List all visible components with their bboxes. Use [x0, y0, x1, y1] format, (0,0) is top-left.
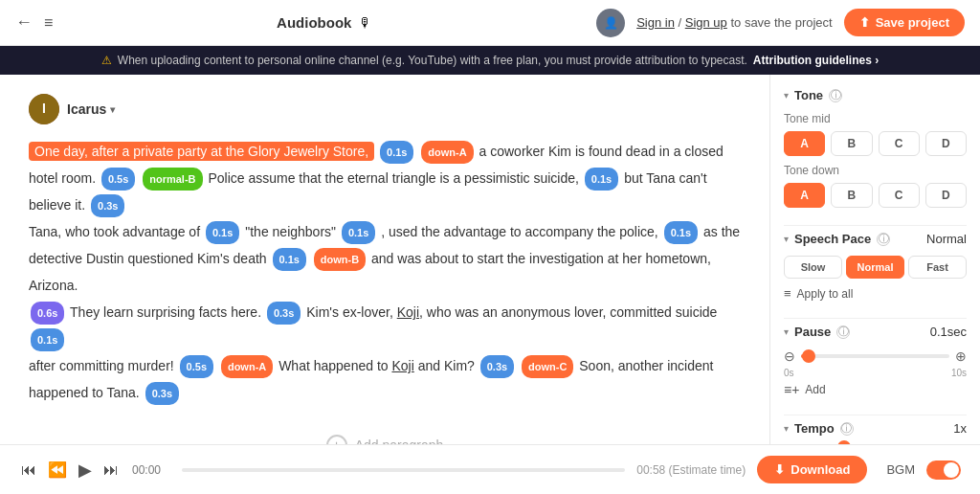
banner-text: When uploading content to personal onlin… [118, 54, 747, 67]
tone-down-btn-b[interactable]: B [831, 183, 872, 208]
tag-down-c[interactable]: down-C [522, 355, 573, 378]
tempo-collapse-icon[interactable]: ▾ [784, 423, 789, 434]
text-9: They learn surprising facts here. [70, 304, 265, 320]
rewind-btn[interactable]: ⏪ [46, 459, 69, 481]
tone-down-btn-c[interactable]: C [879, 183, 920, 208]
pace-slow-btn[interactable]: Slow [784, 256, 842, 279]
current-time: 00:00 [132, 463, 170, 477]
pause-increase-btn[interactable]: ⊕ [955, 348, 967, 364]
tag-06s[interactable]: 0.6s [31, 302, 64, 325]
apply-all-icon: ≡ [784, 286, 791, 301]
tag-down-b[interactable]: down-B [314, 248, 366, 271]
tag-down-a-2[interactable]: down-A [221, 355, 273, 378]
add-paragraph-button[interactable]: + Add paragraph [29, 425, 741, 444]
author-name[interactable]: Icarus ▾ [67, 101, 115, 117]
tag-05s-2[interactable]: 0.5s [180, 355, 213, 378]
bgm-label: BGM [886, 462, 915, 477]
skip-to-end-btn[interactable]: ⏭ [101, 460, 121, 481]
sign-in-link[interactable]: Sign in [636, 15, 675, 30]
tone-collapse-icon[interactable]: ▾ [784, 90, 789, 101]
text-content: One day, after a private party at the Gl… [29, 138, 741, 406]
pause-value: 0.1sec [930, 325, 967, 339]
toggle-knob [944, 462, 959, 478]
menu-button[interactable]: ≡ [44, 14, 53, 32]
pause-info-icon: ⓘ [836, 326, 850, 339]
tone-mid-btn-a[interactable]: A [784, 131, 825, 156]
attribution-guidelines-link[interactable]: Attribution guidelines › [753, 54, 879, 67]
player-footer: ⏮ ⏪ ▶ ⏭ 00:00 00:58 (Estimate time) ⬇ Do… [0, 444, 980, 494]
tempo-slider-thumb[interactable] [837, 440, 851, 444]
tag-01s-4[interactable]: 0.1s [342, 221, 375, 244]
skip-to-start-btn[interactable]: ⏮ [19, 460, 38, 481]
text-5: "the neighbors" [245, 224, 340, 239]
tag-03s-2[interactable]: 0.3s [267, 302, 301, 325]
tempo-value: 1x [953, 421, 967, 436]
tempo-header: ▾ Tempo ⓘ 1x [784, 421, 967, 436]
pause-slider-thumb[interactable] [802, 349, 815, 363]
tag-01s-1[interactable]: 0.1s [380, 141, 413, 164]
header-right: 👤 Sign in / Sign up to save the project … [596, 9, 965, 37]
back-button[interactable]: ← [15, 12, 33, 33]
svg-text:I: I [42, 101, 46, 116]
pause-title: Pause [794, 325, 831, 339]
tone-down-buttons: A B C D [784, 183, 967, 208]
mic-icon: 🎙 [359, 15, 372, 31]
tone-down-label: Tone down [784, 164, 967, 177]
text-2: Police assume that the eternal triangle … [208, 170, 582, 186]
pace-normal-btn[interactable]: Normal [846, 256, 904, 279]
text-12: What happened to Koji and Kim? [278, 358, 479, 373]
pace-collapse-icon[interactable]: ▾ [784, 234, 789, 244]
tone-down-btn-d[interactable]: D [925, 183, 967, 208]
tag-03s-1[interactable]: 0.3s [91, 194, 124, 217]
tone-mid-buttons: A B C D [784, 131, 967, 156]
tone-info-icon: ⓘ [829, 89, 842, 102]
apply-to-all-button[interactable]: ≡ Apply to all [784, 286, 967, 301]
pause-min-label: 0s [784, 368, 794, 378]
pace-fast-btn[interactable]: Fast [908, 256, 967, 279]
tag-03s-4[interactable]: 0.3s [145, 382, 179, 405]
player-controls: ⏮ ⏪ ▶ ⏭ [19, 458, 121, 483]
tone-mid-label: Tone mid [784, 112, 967, 125]
tag-normal-b[interactable]: normal-B [143, 168, 202, 191]
tag-01s-7[interactable]: 0.1s [31, 328, 64, 351]
tone-mid-btn-c[interactable]: C [879, 131, 920, 156]
tag-05s-1[interactable]: 0.5s [101, 168, 135, 191]
bgm-toggle[interactable] [926, 460, 961, 480]
tag-01s-3[interactable]: 0.1s [206, 221, 239, 244]
plus-circle-icon: + [326, 435, 347, 444]
text-11: after committing murder! [29, 358, 178, 373]
sign-up-link[interactable]: Sign up [685, 15, 727, 30]
tone-mid-btn-d[interactable]: D [925, 131, 967, 156]
tone-title: Tone [794, 88, 823, 102]
save-icon: ⬆ [859, 15, 870, 30]
save-project-button[interactable]: ⬆ Save project [844, 9, 965, 36]
tag-01s-6[interactable]: 0.1s [273, 248, 306, 271]
divider-2 [784, 318, 967, 319]
tempo-info-icon: ⓘ [840, 422, 854, 436]
add-pause-button[interactable]: ≡+ Add [784, 382, 967, 397]
header: ← ≡ Audiobook 🎙 👤 Sign in / Sign up to s… [0, 0, 980, 46]
tag-01s-2[interactable]: 0.1s [585, 168, 618, 191]
right-panel: ▾ Tone ⓘ Tone mid A B C D Tone down A B … [769, 75, 980, 444]
pause-header: ▾ Pause ⓘ 0.1sec [784, 325, 967, 339]
tag-03s-3[interactable]: 0.3s [480, 355, 514, 378]
tag-down-a-1[interactable]: down-A [421, 141, 473, 164]
author-avatar: I [29, 94, 59, 124]
tag-01s-5[interactable]: 0.1s [664, 221, 698, 244]
warning-icon: ⚠ [101, 54, 112, 67]
pause-collapse-icon[interactable]: ▾ [784, 326, 789, 337]
highlighted-text: One day, after a private party at the Gl… [29, 142, 374, 161]
header-left: ← ≡ [15, 12, 53, 33]
tone-down-btn-a[interactable]: A [784, 183, 825, 208]
main-content: I Icarus ▾ One day, after a private part… [0, 75, 980, 444]
download-button[interactable]: ⬇ Download [757, 456, 867, 483]
download-icon: ⬇ [774, 462, 785, 477]
pause-decrease-btn[interactable]: ⊖ [784, 348, 795, 364]
tone-mid-btn-b[interactable]: B [831, 131, 872, 156]
estimate-time: 00:58 (Estimate time) [636, 463, 746, 477]
avatar: 👤 [596, 9, 625, 37]
play-btn[interactable]: ▶ [77, 458, 94, 483]
pause-section: ▾ Pause ⓘ 0.1sec ⊖ ⊕ 0s 10s ≡+ Add [784, 325, 967, 397]
pause-slider-track[interactable] [801, 354, 949, 358]
progress-bar[interactable] [182, 468, 625, 472]
